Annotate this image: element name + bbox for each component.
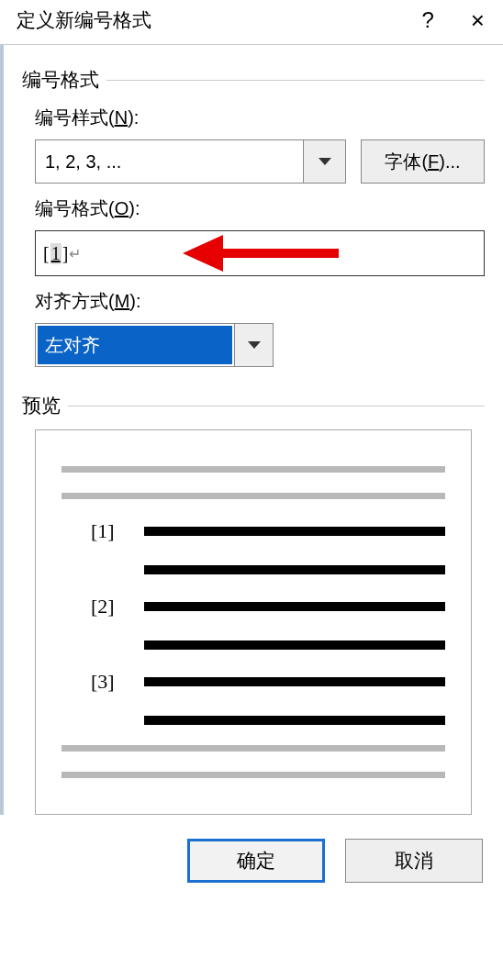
preview-gray-bar xyxy=(61,493,445,499)
dialog-title: 定义新编号格式 xyxy=(17,7,151,33)
preview-item: [1] xyxy=(61,519,445,574)
divider xyxy=(68,406,485,406)
help-button[interactable]: ? xyxy=(421,7,433,33)
chevron-down-icon xyxy=(319,158,331,165)
preview-black-bar xyxy=(144,640,445,650)
preview-number: [3] xyxy=(91,670,133,694)
number-style-label: 编号样式(N): xyxy=(35,106,485,130)
number-style-select[interactable]: 1, 2, 3, ... xyxy=(35,139,346,184)
preview-number: [1] xyxy=(91,519,133,543)
dropdown-button[interactable] xyxy=(303,140,345,183)
cancel-button[interactable]: 取消 xyxy=(345,839,483,883)
preview-black-bar xyxy=(144,602,445,611)
close-button[interactable]: × xyxy=(462,6,494,35)
alignment-value: 左对齐 xyxy=(38,326,232,364)
preview-black-bar xyxy=(144,716,445,725)
preview-gray-bar xyxy=(61,745,445,752)
section-preview-label: 预览 xyxy=(22,393,61,418)
alignment-select[interactable]: 左对齐 xyxy=(35,323,274,367)
preview-area: [1] [2] [3] xyxy=(35,429,472,815)
number-format-input[interactable]: [1]↵ xyxy=(35,230,485,276)
dialog-titlebar: 定义新编号格式 ? × xyxy=(0,0,503,44)
number-format-label: 编号格式(O): xyxy=(35,196,485,221)
preview-black-bar xyxy=(144,565,445,574)
preview-item: [3] xyxy=(61,670,445,725)
dropdown-button[interactable] xyxy=(234,324,273,366)
section-preview-header: 预览 xyxy=(22,393,485,418)
preview-number: [2] xyxy=(91,595,133,618)
preview-black-bar xyxy=(144,677,445,686)
preview-gray-bar xyxy=(61,466,445,473)
number-style-value: 1, 2, 3, ... xyxy=(36,140,303,183)
preview-black-bar xyxy=(144,527,445,536)
format-number-field: 1 xyxy=(50,243,61,264)
divider xyxy=(106,80,485,81)
annotation-arrow-icon xyxy=(183,239,339,267)
section-format-header: 编号格式 xyxy=(22,67,485,93)
ok-button[interactable]: 确定 xyxy=(187,839,325,883)
section-format-label: 编号格式 xyxy=(22,67,99,93)
chevron-down-icon xyxy=(248,341,261,349)
preview-gray-bar xyxy=(61,772,445,778)
dialog-buttons: 确定 取消 xyxy=(0,815,503,901)
font-button[interactable]: 字体(F)... xyxy=(361,139,485,184)
preview-item: [2] xyxy=(61,595,445,650)
alignment-label: 对齐方式(M): xyxy=(35,289,485,314)
